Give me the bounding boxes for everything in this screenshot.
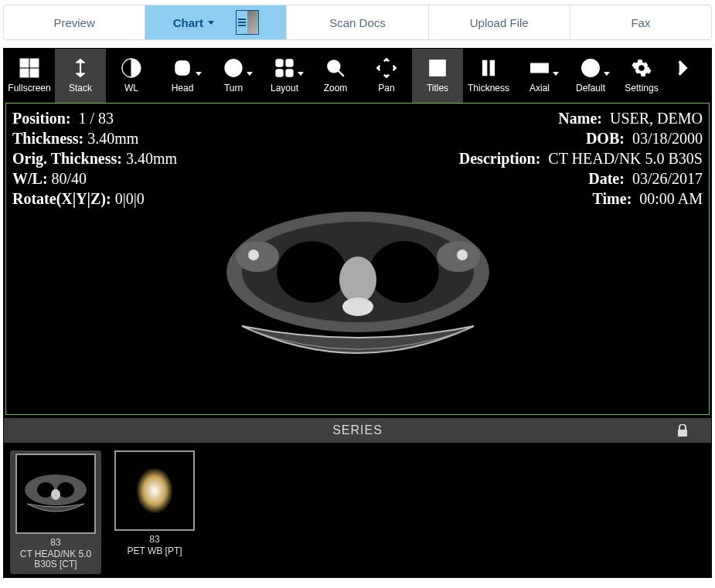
toolbar-label: Default [576,83,605,93]
series-thumbnail[interactable]: 83 PET WB [PT] [112,450,197,574]
svg-rect-1 [30,59,39,67]
svg-point-27 [277,241,346,303]
titles-button[interactable]: T Titles [412,49,463,103]
svg-point-30 [342,297,373,316]
date-label: Date: [588,170,625,187]
rotate-label: Rotate(X|Y|Z): [12,190,111,207]
head-button[interactable]: Head [157,49,208,103]
orig-thickness-value: 3.40mm [126,150,177,167]
image-viewport[interactable]: Position: 1 / 83 Thickness: 3.40mm Orig.… [5,103,710,415]
thumbnail-count: 83 [112,534,197,545]
series-label: SERIES [332,423,383,437]
thumbnail-image [114,450,195,531]
more-button[interactable] [667,49,698,103]
svg-rect-6 [175,61,189,74]
stack-button[interactable]: Stack [55,49,106,103]
tab-upload-file[interactable]: Upload File [429,5,570,39]
top-tab-bar: Preview Chart Scan Docs Upload File Fax [3,5,712,40]
svg-point-39 [51,489,60,500]
series-thumbnails: 83 CT HEAD/NK 5.0 B30S [CT] 83 PET WB [P… [4,443,711,577]
series-thumbnail[interactable]: 83 CT HEAD/NK 5.0 B30S [CT] [10,450,101,574]
toolbar-label: Turn [224,83,243,93]
date-value: 03/26/2017 [632,170,703,187]
axial-icon [529,58,550,78]
gear-icon [632,58,652,78]
thickness-value: 3.40mm [87,130,138,147]
thumbnail-count: 83 [10,537,101,548]
zoom-button[interactable]: Zoom [310,49,361,103]
toolbar-label: Fullscreen [8,83,50,93]
svg-rect-13 [286,70,293,76]
tab-label: Upload File [470,16,529,29]
thumbnail-name: PET WB [PT] [112,546,197,556]
rotate-value: 0|0|0 [115,190,145,207]
overlay-right: Name: USER, DEMO DOB: 03/18/2000 Descrip… [459,108,703,209]
svg-rect-12 [276,70,283,76]
series-header[interactable]: SERIES [4,418,711,443]
tab-chart[interactable]: Chart [145,5,287,39]
toolbar-label: Settings [625,83,658,93]
viewer-toolbar: Fullscreen Stack WL Head T [4,49,711,103]
globe-icon [223,58,243,78]
pan-button[interactable]: Pan [361,49,412,103]
description-value: CT HEAD/NK 5.0 B30S [548,150,703,167]
clock-icon [581,58,601,78]
toolbar-label: Pan [378,83,394,93]
thumbnail-name: CT HEAD/NK 5.0 B30S [CT] [10,549,101,569]
tab-label: Fax [631,16,650,29]
orig-thickness-label: Orig. Thickness: [12,150,122,167]
layout-button[interactable]: Layout [259,49,310,103]
axial-button[interactable]: Axial [514,49,565,103]
toolbar-label: Axial [529,83,550,93]
overlay-left: Position: 1 / 83 Thickness: 3.40mm Orig.… [12,108,177,209]
svg-rect-19 [490,60,494,76]
caret-down-icon [604,72,610,76]
time-value: 00:00 AM [639,190,703,207]
caret-down-icon [298,72,304,76]
svg-point-14 [328,60,339,72]
toolbar-label: Titles [427,83,448,93]
svg-rect-18 [482,60,486,76]
name-value: USER, DEMO [610,110,703,127]
svg-rect-11 [286,59,293,66]
tab-label: Chart [173,16,203,29]
tab-scan-docs[interactable]: Scan Docs [287,5,428,39]
lock-icon [677,424,688,440]
time-label: Time: [593,190,632,207]
caret-down-icon [247,72,253,76]
name-label: Name: [558,110,602,127]
svg-rect-35 [678,430,687,437]
toolbar-label: Layout [271,83,298,93]
svg-point-40 [136,467,173,514]
svg-rect-2 [20,69,29,77]
ct-slice-image [211,195,505,372]
svg-text:T: T [434,61,441,74]
dob-label: DOB: [586,130,625,147]
description-label: Description: [459,150,541,167]
svg-line-15 [338,70,344,76]
wl-button[interactable]: WL [106,49,157,103]
tab-fax[interactable]: Fax [570,5,711,39]
tab-label: Scan Docs [329,16,386,29]
turn-button[interactable]: Turn [208,49,259,103]
pan-icon [376,58,397,78]
default-button[interactable]: Default [565,49,616,103]
thickness-button[interactable]: Thickness [463,49,514,103]
zoom-icon [325,58,346,78]
svg-rect-3 [30,69,39,77]
chart-thumbnail-icon [236,10,259,35]
position-value: 1 / 83 [79,110,114,127]
wl-label: W/L: [12,170,48,187]
tab-preview[interactable]: Preview [4,5,145,39]
fullscreen-button[interactable]: Fullscreen [4,49,55,103]
layout-icon [274,58,295,78]
svg-point-28 [369,241,439,303]
caret-down-icon [208,21,214,25]
position-label: Position: [12,110,71,127]
toolbar-label: Zoom [324,83,348,93]
svg-rect-10 [276,59,283,66]
dob-value: 03/18/2000 [632,130,703,147]
contrast-icon [121,58,141,78]
tab-label: Preview [53,16,94,29]
settings-button[interactable]: Settings [616,49,667,103]
